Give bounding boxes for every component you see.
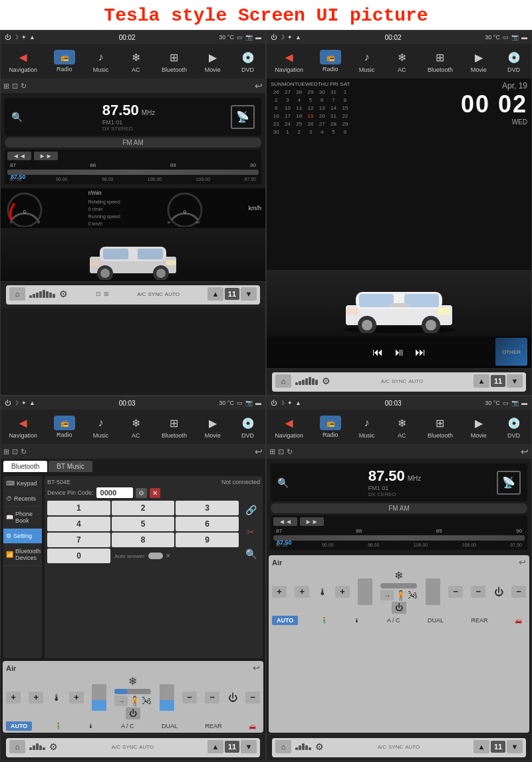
air-car-icon-btn-4[interactable]: 🚗 xyxy=(511,616,526,625)
fm-am-bar-1[interactable]: FM AM xyxy=(5,138,261,148)
nav-music-3[interactable]: ♪ Music xyxy=(91,415,110,439)
nav-radio-4[interactable]: 📻 Radio xyxy=(320,416,341,438)
air-power-btn-4[interactable]: ⏻ xyxy=(392,602,406,614)
air-minus-2-3[interactable]: − xyxy=(205,692,219,703)
air-dual-icon-btn-3[interactable]: 🧍‍♂️ xyxy=(51,721,66,731)
auto-answer-toggle[interactable] xyxy=(148,553,163,559)
bt-link-btn[interactable]: 🔗 xyxy=(241,501,260,519)
air-minus-3-3[interactable]: − xyxy=(245,692,260,703)
freq-next-btn-4[interactable]: ►► xyxy=(300,517,324,526)
nav-music-2[interactable]: ♪ Music xyxy=(357,49,376,73)
toolbar-reset-4[interactable]: ↩ xyxy=(521,446,529,457)
toolbar-icon-4c[interactable]: ↻ xyxy=(287,447,293,456)
keypad-btn-4[interactable]: 4 xyxy=(47,517,110,531)
air-dual-btn-3[interactable]: DUAL xyxy=(157,721,182,731)
keypad-btn-3[interactable]: 3 xyxy=(176,501,239,515)
air-plus-3-3[interactable]: + xyxy=(69,692,84,703)
air-dual-icon-btn-4[interactable]: 🧍‍♂️ xyxy=(317,616,332,625)
keypad-btn-1[interactable]: 1 xyxy=(47,501,110,515)
nav-navigation-3[interactable]: ◄ Navigation xyxy=(9,415,37,439)
air-ac-btn-3[interactable]: A / C xyxy=(116,721,139,731)
fc-up-btn-4[interactable]: ▲ xyxy=(473,740,489,753)
nav-music-4[interactable]: ♪ Music xyxy=(357,415,376,439)
fc-down-btn[interactable]: ▼ xyxy=(241,287,257,301)
freq-bar-1[interactable]: 87.50 xyxy=(7,170,259,175)
nav-ac-2[interactable]: ❄ AC xyxy=(392,49,411,73)
bt-sidebar-phonebook[interactable]: 📖 Phone Book xyxy=(3,507,42,529)
air-car-icon-btn-3[interactable]: 🚗 xyxy=(245,721,260,731)
media-prev-btn[interactable]: ⏮ xyxy=(372,346,383,358)
toolbar-icon-3c[interactable]: ↻ xyxy=(21,447,27,456)
bt-tab-btmusic[interactable]: BT Music xyxy=(49,461,92,472)
nav-navigation-2[interactable]: ◄ Navigation xyxy=(275,49,303,73)
air-plus-left-4[interactable]: + xyxy=(272,586,287,598)
fc-up-btn-3[interactable]: ▲ xyxy=(207,740,223,753)
toolbar-icon-3a[interactable]: ⊞ xyxy=(3,447,9,456)
air-back-icon-3[interactable]: ↩ xyxy=(253,663,260,673)
air-mode-arrow-btn-4[interactable]: → xyxy=(380,590,394,600)
keypad-btn-7[interactable]: 7 xyxy=(47,533,110,547)
fc-home-btn[interactable]: ⌂ xyxy=(9,287,25,301)
toolbar-icon-c[interactable]: ↻ xyxy=(21,82,27,90)
bt-pin-input[interactable] xyxy=(96,487,133,498)
freq-prev-btn[interactable]: ◄◄ xyxy=(7,152,31,160)
nav-ac-3[interactable]: ❄ AC xyxy=(126,415,145,439)
bt-sidebar-setting[interactable]: ⚙ Setting xyxy=(3,529,42,544)
nav-ac-1[interactable]: ❄ AC xyxy=(126,49,145,73)
nav-bluetooth-4[interactable]: ⊞ Bluetooth xyxy=(428,415,453,439)
bt-sidebar-keypad[interactable]: ⌨ Keypad xyxy=(3,476,42,491)
air-dual-btn-4[interactable]: DUAL xyxy=(423,616,448,625)
fc-home-btn-3[interactable]: ⌂ xyxy=(9,740,25,753)
nav-movie-2[interactable]: ▶ Movie xyxy=(469,49,488,73)
keypad-btn-6[interactable]: 6 xyxy=(176,517,239,531)
freq-prev-btn-4[interactable]: ◄◄ xyxy=(273,517,297,526)
air-rear-btn-3[interactable]: REAR xyxy=(200,721,226,731)
media-next-btn[interactable]: ⏭ xyxy=(415,346,426,358)
nav-dvd-1[interactable]: 💿 DVD xyxy=(239,49,257,73)
toolbar-icon-4b[interactable]: ⊡ xyxy=(278,447,284,456)
air-plus-left-3[interactable]: + xyxy=(6,692,21,703)
air-power-btn-3[interactable]: ⏻ xyxy=(126,707,140,719)
nav-movie-3[interactable]: ▶ Movie xyxy=(203,415,222,439)
air-rear-btn-4[interactable]: REAR xyxy=(466,616,492,625)
air-minus-2-4[interactable]: − xyxy=(471,586,485,598)
air-plus-3-4[interactable]: + xyxy=(335,586,350,598)
fc-up-btn[interactable]: ▲ xyxy=(207,287,223,301)
bt-tab-bluetooth[interactable]: Bluetooth xyxy=(3,461,47,472)
nav-navigation-1[interactable]: ◄ Navigation xyxy=(9,49,37,73)
keypad-btn-5[interactable]: 5 xyxy=(112,517,175,531)
air-minus-1-4[interactable]: − xyxy=(448,586,463,598)
freq-next-btn[interactable]: ►► xyxy=(34,152,58,160)
nav-movie-1[interactable]: ▶ Movie xyxy=(203,49,222,73)
air-mode-icon-btn-3[interactable]: 🌡 xyxy=(84,721,98,731)
bt-pin-settings-btn[interactable]: ⚙ xyxy=(136,488,147,498)
air-ac-btn-4[interactable]: A / C xyxy=(382,616,405,625)
air-plus-2-3[interactable]: + xyxy=(29,692,43,703)
air-auto-btn-3[interactable]: AUTO xyxy=(6,721,32,731)
keypad-btn-0[interactable]: 0 xyxy=(47,549,110,563)
toolbar-icon-3b[interactable]: ⊡ xyxy=(12,447,18,456)
air-minus-1-3[interactable]: − xyxy=(182,692,197,703)
nav-ac-4[interactable]: ❄ AC xyxy=(392,415,411,439)
toolbar-reset[interactable]: ↩ xyxy=(255,80,263,91)
nav-bluetooth-2[interactable]: ⊞ Bluetooth xyxy=(428,49,453,73)
air-slider-3[interactable] xyxy=(114,689,151,694)
keypad-btn-9[interactable]: 9 xyxy=(176,533,239,547)
toolbar-icon-b[interactable]: ⊡ xyxy=(12,82,18,90)
air-back-icon-4[interactable]: ↩ xyxy=(519,557,526,567)
toolbar-icon-a[interactable]: ⊞ xyxy=(3,82,9,90)
fc-home-btn-2[interactable]: ⌂ xyxy=(275,374,291,388)
fc-up-btn-2[interactable]: ▲ xyxy=(473,374,489,388)
nav-navigation-4[interactable]: ◄ Navigation xyxy=(275,415,303,439)
air-minus-3-4[interactable]: − xyxy=(511,586,526,598)
nav-radio-3[interactable]: 📻 Radio xyxy=(54,416,75,438)
nav-bluetooth-1[interactable]: ⊞ Bluetooth xyxy=(162,49,187,73)
nav-radio-2[interactable]: 📻 Radio xyxy=(320,50,341,72)
keypad-btn-8[interactable]: 8 xyxy=(112,533,175,547)
bt-pin-delete-btn[interactable]: ✕ xyxy=(150,488,160,498)
toolbar-icon-4a[interactable]: ⊞ xyxy=(269,447,275,456)
nav-dvd-4[interactable]: 💿 DVD xyxy=(505,415,523,439)
nav-dvd-3[interactable]: 💿 DVD xyxy=(239,415,257,439)
fm-am-bar-4[interactable]: FM AM xyxy=(271,503,527,513)
air-auto-btn-4[interactable]: AUTO xyxy=(272,616,298,625)
